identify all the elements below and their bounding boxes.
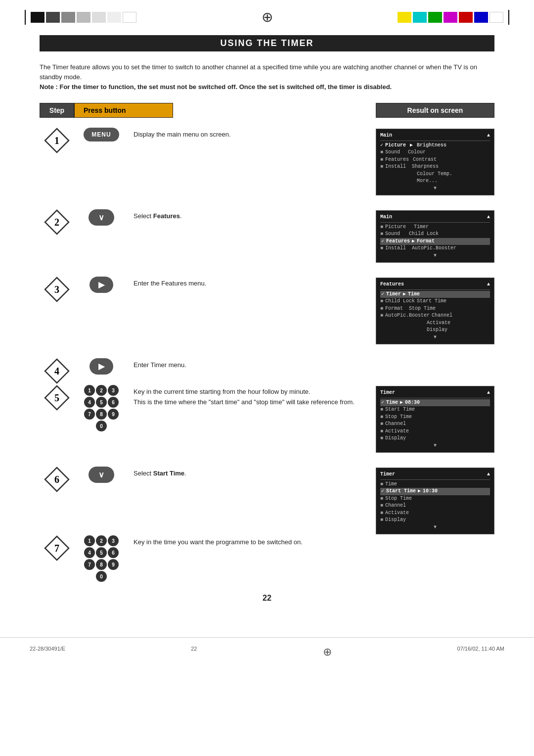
step-button-1: MENU [74,128,134,142]
header-press-button: Press button [74,103,173,118]
step-label-4: 4 [54,366,59,377]
intro-para1: The Timer feature allows you to set the … [40,63,477,81]
numpad-key[interactable]: 9 [108,409,119,420]
numpad-key[interactable]: 8 [96,409,107,420]
header-step: Step [40,103,74,118]
result-item: ■ Sound Colour [380,149,490,156]
result-bottom-arrow: ▼ [380,185,490,192]
color-swatch [61,12,75,23]
result-item: ■ Channel [380,421,490,428]
numpad-key[interactable]: 4 [84,397,95,408]
result-item: ✓ Features▶ Format [380,238,490,245]
step-number-5: 5 [40,385,74,411]
step-button-3: ▶ [74,277,134,293]
diamond-3: 3 [44,277,70,302]
intro-paragraph: The Timer feature allows you to set the … [40,62,494,92]
page-number: 22 [40,594,494,603]
numpad-key[interactable]: 0 [96,571,107,582]
color-swatch [77,12,90,23]
numpad-key[interactable]: 7 [84,409,95,420]
step-number-6: 6 [40,467,74,492]
arrow-button[interactable]: ▶ [89,277,113,293]
step-row-7: 7 1 2 3 4 5 6 7 8 9 0 [40,535,494,589]
numpad-key[interactable]: 4 [84,547,95,558]
step-number-3: 3 [40,277,74,302]
result-item: ■ Stop Time [380,414,490,421]
result-item: ■ Display [380,517,490,524]
step-button-2: ∨ [74,209,134,226]
numpad-key[interactable]: 2 [96,385,107,396]
color-swatch [107,12,121,23]
result-item: More... [380,178,490,185]
numpad-key[interactable]: 5 [96,547,107,558]
numpad-key[interactable]: 3 [108,535,119,546]
result-title-4-5: Timer▲ [380,389,490,398]
result-screen-6: Timer▲ ■ Time ✓ Start Time▶ 10:30 ■ Stop… [376,468,494,534]
result-screen-4-5: Timer▲ ✓ Time▶ 08:30 ■ Start Time ■ Stop… [376,386,494,453]
grayscale-strip [31,12,136,23]
doc-ref: 22-28/30491/E [30,646,65,659]
step-number-1: 1 [40,128,74,153]
step-label-2: 2 [54,217,59,228]
result-item: ■ AutoPic.Booster Channel [380,312,490,320]
numpad-key[interactable]: 9 [108,559,119,570]
step-desc-2: Select Features. [134,209,376,221]
step-number-2: 2 [40,209,74,235]
result-title-1: Main▲ [380,132,490,141]
numpad-key[interactable]: 2 [96,535,107,546]
menu-button[interactable]: MENU [84,128,119,142]
numpad-key[interactable]: 1 [84,535,95,546]
result-item: Display [380,327,490,334]
v-button[interactable]: ∨ [89,209,114,226]
result-item: ■ Child Lock Start Time [380,298,490,305]
result-item: ✓ Time▶ 08:30 [380,399,490,407]
intro-note: Note : For the timer to function, the se… [40,83,392,91]
step-row-5: 5 1 2 3 4 5 6 7 8 9 0 [40,385,494,460]
result-title-6: Timer▲ [380,471,490,480]
result-item: ✓ Start Time▶ 10:30 [380,488,490,495]
numpad-5: 1 2 3 4 5 6 7 8 9 0 [84,385,119,431]
step-desc-6: Select Start Time. [134,467,376,478]
result-bottom-arrow: ▼ [380,524,490,531]
intro-note-text: Note : For the timer to function, the se… [40,83,392,91]
arrow-button-4[interactable]: ▶ [89,358,113,375]
step-button-4: ▶ [74,358,134,375]
diamond-5: 5 [44,385,70,411]
table-header: Step Press button Result on screen [40,103,494,118]
result-item: ■ Features Contrast [380,156,490,164]
result-screen-2: Main▲ ■ Picture Timer ■ Sound Child Lock… [376,210,494,263]
numpad-key[interactable]: 1 [84,385,95,396]
result-bottom-arrow: ▼ [380,252,490,260]
numpad-key[interactable]: 3 [108,385,119,396]
step-desc-7: Key in the time you want the programme t… [134,535,376,547]
diamond-7: 7 [44,535,70,561]
numpad-key[interactable]: 8 [96,559,107,570]
result-item: ■ Channel [380,502,490,510]
result-item: ■ Sound Child Lock [380,231,490,238]
step-button-7: 1 2 3 4 5 6 7 8 9 0 [74,535,134,582]
result-item: ✓ Timer▶ Time [380,291,490,298]
bottom-bar: 22-28/30491/E 22 ⊕ 07/16/02, 11:40 AM [0,637,534,666]
numpad-key[interactable]: 6 [108,397,119,408]
result-item: Activate [380,320,490,327]
diamond-4: 4 [44,358,70,384]
numpad-key[interactable]: 0 [96,421,107,431]
color-swatch [123,12,136,23]
step-button-6: ∨ [74,467,134,483]
step-row-3: 3 ▶ Enter the Features menu. Features▲ ✓… [40,270,494,351]
page-title: Using the Timer [40,35,494,51]
step-desc-1: Display the main menu on screen. [134,128,376,140]
numpad-key[interactable]: 6 [108,547,119,558]
numpad-key[interactable]: 5 [96,397,107,408]
result-item: ■ Install Sharpness [380,163,490,171]
numpad-key[interactable]: 7 [84,559,95,570]
bottom-crosshair: ⊕ [323,646,332,659]
result-bottom-arrow: ▼ [380,334,490,341]
diamond-6: 6 [44,467,70,492]
step-row-2: 2 ∨ Select Features. Main▲ ■ Picture Tim… [40,202,494,270]
v-button-6[interactable]: ∨ [89,467,114,483]
print-date: 07/16/02, 11:40 AM [457,646,504,659]
color-swatch [459,12,473,23]
step-group-4-5: 4 ▶ Enter Timer menu. 5 [40,351,494,460]
step-desc-5: Key in the current time starting from th… [134,385,376,407]
